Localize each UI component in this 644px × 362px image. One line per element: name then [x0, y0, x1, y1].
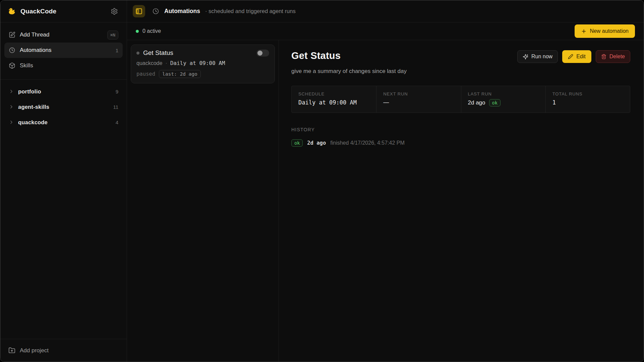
- sidebar-nav: Add Thread ⌘N Automations 1: [0, 22, 127, 75]
- new-automation-label: New automation: [590, 28, 629, 34]
- add-project-label: Add project: [20, 347, 49, 354]
- projects-list: portfolio 9 agent-skills 11 quackcode 4: [0, 82, 127, 132]
- stat-value: Daily at 09:00 AM: [298, 99, 369, 106]
- project-row-agent-skills[interactable]: agent-skills 11: [4, 99, 123, 115]
- package-icon: [9, 62, 15, 69]
- sidebar-toggle-button[interactable]: [133, 5, 145, 17]
- automation-card-get-status[interactable]: Get Status quackcode · Daily at 09:00 AM…: [131, 45, 275, 83]
- chevron-right-icon: [9, 120, 14, 125]
- clock-icon: [152, 8, 159, 15]
- add-project-button[interactable]: Add project: [0, 339, 127, 362]
- shortcut-badge: ⌘N: [107, 30, 118, 40]
- last-run-value: 2d ago: [468, 99, 485, 106]
- automation-card-meta: quackcode · Daily at 09:00 AM: [136, 60, 269, 66]
- sidebar-header: QuackCode: [0, 0, 127, 22]
- automations-count-badge: 1: [116, 48, 118, 53]
- folder-plus-icon: [8, 347, 15, 354]
- sidebar-item-skills[interactable]: Skills: [4, 58, 123, 73]
- chevron-right-icon: [9, 104, 14, 110]
- stat-label: LAST RUN: [468, 91, 539, 96]
- app-title: QuackCode: [20, 8, 56, 15]
- automation-title: Get Status: [291, 50, 341, 61]
- stat-value: —: [383, 99, 454, 106]
- sidebar-item-automations[interactable]: Automations 1: [4, 43, 123, 58]
- automation-description: give me a summary of changes since last …: [291, 68, 630, 75]
- history-section-label: HISTORY: [291, 127, 630, 132]
- page-subtitle: · scheduled and triggered agent runs: [205, 8, 296, 14]
- automations-list-panel: Get Status quackcode · Daily at 09:00 AM…: [127, 40, 279, 362]
- clock-icon: [9, 47, 15, 54]
- history-time: 2d ago: [307, 140, 326, 146]
- sparkles-icon: [523, 54, 528, 60]
- automation-project: quackcode: [136, 60, 162, 66]
- main-area: Automations · scheduled and triggered ag…: [127, 0, 644, 362]
- compose-icon: [9, 31, 15, 38]
- automation-card-header: Get Status: [136, 49, 269, 57]
- sidebar-spacer: [0, 132, 127, 339]
- duck-logo-icon: [8, 7, 16, 16]
- project-count: 11: [113, 104, 118, 110]
- automations-toolbar: 0 active New automation: [127, 22, 644, 40]
- sidebar: QuackCode Add Thread: [0, 0, 127, 362]
- automation-card-status: paused last: 2d ago: [136, 70, 269, 78]
- delete-label: Delete: [609, 54, 625, 60]
- run-now-button[interactable]: Run now: [517, 50, 558, 63]
- panel-left-icon: [135, 7, 143, 15]
- history-entry: ok 2d ago finished 4/17/2026, 4:57:42 PM: [291, 139, 630, 147]
- stat-label: TOTAL RUNS: [552, 91, 623, 96]
- stat-total-runs: TOTAL RUNS 1: [545, 86, 630, 113]
- history-finished-timestamp: finished 4/17/2026, 4:57:42 PM: [330, 140, 405, 146]
- automation-detail-panel: Get Status Run now: [279, 40, 644, 362]
- active-status: 0 active: [136, 28, 161, 34]
- settings-button[interactable]: [109, 6, 119, 16]
- sidebar-item-label: Automations: [20, 47, 52, 54]
- project-row-quackcode[interactable]: quackcode 4: [4, 115, 123, 130]
- project-name: quackcode: [18, 119, 48, 126]
- stat-value: 2d ago ok: [468, 99, 539, 106]
- sidebar-item-label: Add Thread: [20, 31, 50, 38]
- project-count: 9: [116, 89, 118, 94]
- edit-label: Edit: [576, 54, 586, 60]
- automation-card-title: Get Status: [143, 49, 173, 57]
- last-run-chip: last: 2d ago: [159, 70, 201, 78]
- automation-schedule: Daily at 09:00 AM: [170, 60, 225, 66]
- active-status-label: 0 active: [142, 28, 161, 34]
- project-name: agent-skills: [18, 104, 49, 110]
- stat-schedule: SCHEDULE Daily at 09:00 AM: [292, 86, 376, 113]
- ok-status-badge: ok: [489, 99, 501, 106]
- run-now-label: Run now: [531, 54, 552, 60]
- content-split: Get Status quackcode · Daily at 09:00 AM…: [127, 40, 644, 362]
- main-header: Automations · scheduled and triggered ag…: [127, 0, 644, 22]
- automation-state-label: paused: [136, 71, 155, 77]
- stat-last-run: LAST RUN 2d ago ok: [461, 86, 545, 113]
- new-automation-button[interactable]: New automation: [575, 24, 635, 38]
- project-row-portfolio[interactable]: portfolio 9: [4, 84, 123, 99]
- stat-next-run: NEXT RUN —: [376, 86, 461, 113]
- stat-label: SCHEDULE: [298, 91, 369, 96]
- app-window: QuackCode Add Thread: [0, 0, 644, 362]
- chevron-right-icon: [9, 89, 14, 94]
- sidebar-item-label: Skills: [20, 62, 33, 69]
- ok-status-badge: ok: [291, 139, 303, 147]
- project-name: portfolio: [18, 88, 41, 95]
- gear-icon: [111, 8, 118, 15]
- stats-grid: SCHEDULE Daily at 09:00 AM NEXT RUN — LA…: [291, 86, 630, 113]
- paused-status-dot: [136, 52, 139, 55]
- sidebar-divider: [0, 79, 127, 80]
- detail-header: Get Status Run now: [291, 50, 630, 63]
- edit-button[interactable]: Edit: [562, 50, 591, 63]
- sidebar-item-add-thread[interactable]: Add Thread ⌘N: [4, 27, 123, 43]
- page-title: Automations: [164, 8, 200, 15]
- delete-button[interactable]: Delete: [596, 50, 630, 63]
- active-status-dot: [136, 30, 139, 33]
- automation-enabled-toggle[interactable]: [256, 50, 269, 57]
- trash-icon: [601, 54, 606, 59]
- stat-label: NEXT RUN: [383, 91, 454, 96]
- meta-separator: ·: [165, 60, 167, 66]
- project-count: 4: [116, 120, 118, 125]
- pencil-icon: [568, 54, 573, 59]
- stat-value: 1: [552, 99, 623, 106]
- toggle-knob: [257, 51, 262, 56]
- plus-icon: [581, 28, 587, 34]
- detail-actions: Run now Edit: [517, 50, 630, 63]
